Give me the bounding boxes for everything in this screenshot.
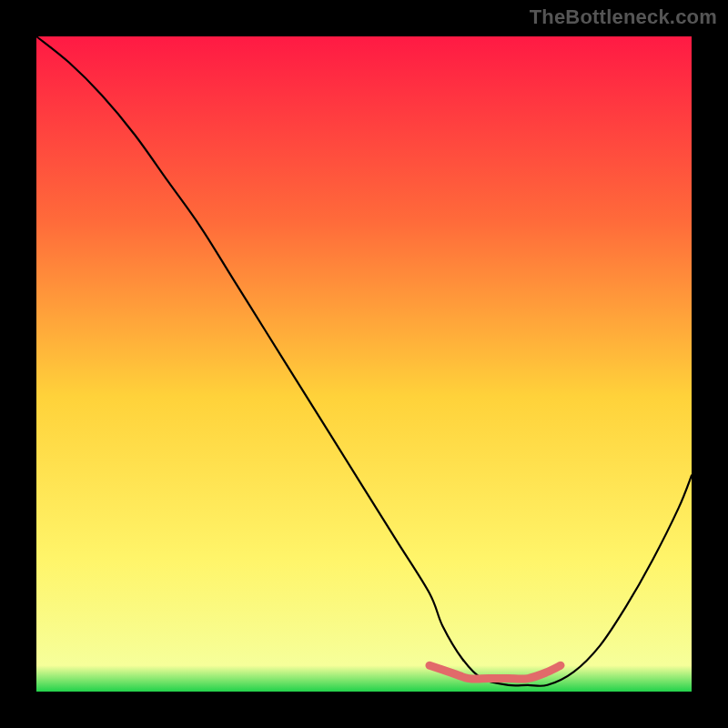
bottleneck-chart — [0, 0, 728, 728]
chart-frame: TheBottleneck.com — [0, 0, 728, 728]
